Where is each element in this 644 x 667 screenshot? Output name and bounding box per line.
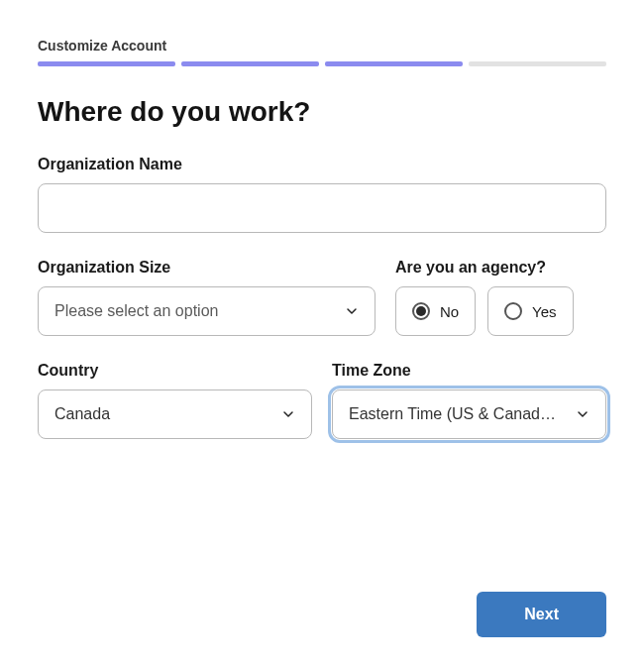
- timezone-label: Time Zone: [332, 362, 606, 380]
- org-name-input[interactable]: [38, 183, 606, 233]
- step-label: Customize Account: [38, 38, 606, 54]
- chevron-down-icon: [279, 405, 297, 423]
- progress-segment: [325, 61, 463, 66]
- agency-radio-group: No Yes: [395, 286, 606, 336]
- org-size-label: Organization Size: [38, 259, 376, 277]
- chevron-down-icon: [343, 302, 361, 320]
- progress-segment: [469, 61, 606, 66]
- chevron-down-icon: [574, 405, 591, 423]
- country-label: Country: [38, 362, 312, 380]
- page-title: Where do you work?: [38, 96, 606, 128]
- agency-label: Are you an agency?: [395, 259, 606, 277]
- agency-no-label: No: [440, 303, 459, 320]
- agency-yes-option[interactable]: Yes: [487, 286, 573, 336]
- next-button[interactable]: Next: [477, 592, 606, 637]
- progress-segment: [38, 61, 175, 66]
- country-select[interactable]: Canada: [38, 389, 312, 439]
- footer: Next: [38, 592, 606, 637]
- radio-unselected-icon: [504, 302, 522, 320]
- org-name-label: Organization Name: [38, 156, 606, 173]
- org-size-value: Please select an option: [54, 302, 331, 320]
- progress-bar: [38, 61, 606, 66]
- org-name-section: Organization Name: [38, 156, 606, 233]
- org-size-select[interactable]: Please select an option: [38, 286, 376, 336]
- country-value: Canada: [54, 405, 268, 423]
- progress-segment: [181, 61, 319, 66]
- agency-yes-label: Yes: [532, 303, 556, 320]
- radio-selected-icon: [412, 302, 430, 320]
- timezone-value: Eastern Time (US & Canad…: [349, 405, 562, 423]
- timezone-select[interactable]: Eastern Time (US & Canad…: [332, 389, 606, 439]
- agency-no-option[interactable]: No: [395, 286, 476, 336]
